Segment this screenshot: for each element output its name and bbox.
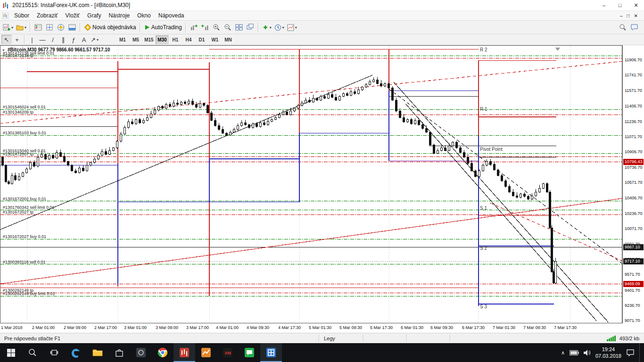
toolbar-separator: [80, 23, 81, 32]
terminal-icon: [68, 24, 76, 31]
time-axis-label: 2 Mar 17:00: [94, 325, 117, 330]
chart-ohlc-header: #Bitcoin,M30 9677.79 9866.60 9661.57 971…: [8, 47, 110, 52]
cascade-windows-button[interactable]: [245, 22, 256, 33]
battery-icon[interactable]: [570, 350, 579, 355]
store-app-button[interactable]: [108, 343, 130, 362]
menu-okno[interactable]: Okno: [133, 11, 155, 20]
price-axis[interactable]: 11906.7011741.7011571.7011406.7011236.70…: [622, 45, 644, 323]
auto-scroll-button[interactable]: [199, 22, 211, 33]
trendline-button[interactable]: /: [48, 35, 58, 44]
crosshair-tool-button[interactable]: +: [12, 35, 22, 44]
menu-zobrazit[interactable]: Zobraziť: [33, 11, 62, 20]
time-axis-label: 7 Mar 01:30: [493, 325, 515, 330]
price-tag: 10796.43: [623, 159, 644, 165]
price-tick: 9236.70: [625, 303, 640, 308]
menu-napoveda[interactable]: Nápoveda: [155, 11, 188, 20]
menu-grafy[interactable]: Grafy: [83, 11, 105, 20]
mt4-app-button[interactable]: [173, 343, 195, 362]
file-explorer-button[interactable]: [87, 343, 108, 362]
mdi-minimize-button[interactable]: –: [620, 13, 623, 18]
tile-windows-button[interactable]: [233, 22, 245, 33]
timeframe-mn[interactable]: MN: [222, 35, 235, 44]
volume-icon[interactable]: [584, 350, 591, 356]
timeframe-h4[interactable]: H4: [182, 35, 195, 44]
action-center-icon[interactable]: [626, 349, 635, 356]
vertical-line-button[interactable]: |: [27, 35, 37, 44]
price-tick: 11236.70: [625, 119, 642, 124]
time-axis-label: 4 Mar 01:00: [216, 325, 239, 330]
mdi-restore-button[interactable]: □: [627, 13, 630, 18]
zoom-in-button[interactable]: [211, 22, 222, 33]
zoom-out-button[interactable]: [222, 22, 233, 33]
order-label: #1300292149 buy limit 0.01: [3, 291, 55, 296]
chrome-app-button[interactable]: [152, 343, 173, 362]
store-bag-icon: [115, 348, 124, 357]
cursor-tool-button[interactable]: ↖: [1, 35, 12, 44]
fibonacci-button[interactable]: ƒ: [68, 35, 79, 44]
price-tick: 11406.70: [625, 104, 642, 108]
horizontal-line-button[interactable]: —: [37, 35, 48, 44]
menu-nastroje[interactable]: Nástroje: [105, 11, 133, 20]
task-view-button[interactable]: [43, 343, 65, 362]
autotrading-button[interactable]: AutoTrading: [142, 22, 183, 33]
search-button[interactable]: [617, 22, 628, 33]
start-button[interactable]: [0, 343, 22, 362]
auto-scroll-icon: [201, 24, 209, 31]
time-axis-label: 1 Mar 2018: [1, 325, 23, 330]
menu-vlozit[interactable]: Vložiť: [62, 11, 84, 20]
xm-app-button[interactable]: XM: [217, 343, 239, 362]
profiles-button[interactable]: ▾: [15, 22, 28, 33]
time-axis-label: 5 Mar 01:30: [309, 325, 331, 330]
close-button[interactable]: ✕: [628, 0, 644, 10]
taskbar-clock[interactable]: 19:24 07.03.2018: [595, 346, 621, 360]
menu-subor[interactable]: Súbor: [10, 11, 33, 20]
timeframe-m30[interactable]: M30: [156, 35, 169, 44]
minimize-button[interactable]: –: [596, 0, 612, 10]
new-order-button[interactable]: Nová objednávka: [83, 22, 138, 33]
chrome-icon: [157, 347, 168, 358]
pivot-label: S 3: [480, 304, 487, 309]
text-tool-button[interactable]: A: [79, 35, 89, 44]
chat-button[interactable]: [628, 22, 640, 33]
show-desktop-button[interactable]: [639, 343, 642, 362]
edge-icon: [71, 347, 81, 358]
taskbar-search-button[interactable]: [22, 343, 43, 362]
price-tick: 10906.70: [625, 149, 643, 154]
tray-expand-icon[interactable]: ∧: [561, 350, 565, 356]
periods-button[interactable]: ▾: [273, 22, 286, 33]
timeframe-d1[interactable]: D1: [195, 35, 208, 44]
arrows-tool-button[interactable]: ↗▾: [89, 35, 100, 44]
timeframe-m5[interactable]: M5: [129, 35, 142, 44]
time-axis[interactable]: 1 Mar 20182 Mar 01:002 Mar 09:002 Mar 17…: [0, 323, 622, 333]
orange-app-button[interactable]: [195, 343, 217, 362]
edge-app-button[interactable]: [65, 343, 87, 362]
channel-button[interactable]: ∥: [58, 35, 68, 44]
order-label: #1301472007 tp: [3, 152, 33, 156]
photos-app-button[interactable]: [130, 343, 152, 362]
chart-shift-button[interactable]: [188, 22, 199, 33]
toolbar-separator: [185, 23, 186, 32]
mdi-close-button[interactable]: ✕: [634, 13, 638, 18]
timeframe-m15[interactable]: M15: [142, 35, 156, 44]
market-watch-button[interactable]: [33, 22, 44, 33]
maximize-button[interactable]: □: [612, 0, 628, 10]
arrow-tool-icon: ↗: [91, 37, 96, 43]
timeframe-h1[interactable]: H1: [169, 35, 182, 44]
indicators-button[interactable]: ▾: [261, 22, 273, 33]
app-icon: [2, 2, 9, 9]
new-chart-button[interactable]: ▾: [1, 22, 15, 33]
green-app-button[interactable]: [239, 343, 260, 362]
navigator-button[interactable]: [55, 22, 66, 33]
data-window-button[interactable]: [44, 22, 55, 33]
terminal-button[interactable]: [66, 22, 78, 33]
fibonacci-icon: ƒ: [72, 37, 75, 43]
new-order-label: Nová objednávka: [92, 24, 136, 31]
time-axis-label: 6 Mar 17:30: [462, 325, 485, 330]
timeframe-m1[interactable]: M1: [116, 35, 129, 44]
chart-canvas[interactable]: #1301472138 sell limit 0.01#1301472138 t…: [0, 45, 622, 323]
status-empty-panel: [407, 333, 450, 343]
templates-button[interactable]: ▾: [286, 22, 298, 33]
time-axis-label: 3 Mar 09:00: [156, 325, 178, 330]
timeframe-w1[interactable]: W1: [208, 35, 222, 44]
blue-app-button[interactable]: [260, 343, 282, 362]
